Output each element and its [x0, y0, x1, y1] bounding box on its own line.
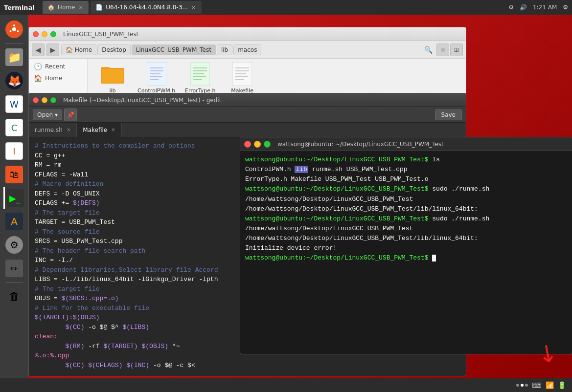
term-out-error: Initialize device error!	[245, 244, 337, 252]
file-manager-titlebar: LinuxGCC_USB_PWM_Test	[29, 27, 466, 41]
open-label: Open	[37, 111, 53, 118]
home-tab[interactable]: 🏠 Home ✕	[43, 1, 89, 14]
runme-tab-close[interactable]: ✕	[67, 127, 70, 132]
editor-maximize-btn[interactable]	[50, 97, 56, 103]
terminal-maximize-btn[interactable]	[264, 141, 271, 148]
terminal-line-6: /home/wattsong/Desktop/LinuxGCC_USB_PWM_…	[245, 204, 567, 214]
terminal-line-9: /home/wattsong/Desktop/LinuxGCC_USB_PWM_…	[245, 234, 567, 243]
fm-sidebar-recent[interactable]: 🕐 Recent	[29, 61, 87, 72]
svg-point-3	[17, 30, 19, 32]
terminal-minimize-btn[interactable]	[254, 141, 261, 148]
taskbar-volume-icon[interactable]: 🔊	[520, 4, 527, 11]
fm-home-label: Home	[45, 75, 62, 82]
fm-maximize-btn[interactable]	[50, 31, 56, 37]
terminal-line-4: wattsong@ubuntu:~/Desktop/LinuxGCC_USB_P…	[245, 184, 567, 194]
terminal-title: wattsong@ubuntu: ~/Desktop/LinuxGCC_USB_…	[277, 141, 444, 148]
editor-tab-makefile[interactable]: Makefile ✕	[77, 123, 121, 137]
fm-recent-label: Recent	[45, 63, 65, 70]
fm-file-lib[interactable]: lib	[95, 62, 130, 94]
makefile-tab-close[interactable]: ✕	[111, 127, 115, 132]
dock-writer[interactable]: W	[3, 93, 25, 115]
fm-files-area: lib ControlPWM.h	[88, 59, 466, 97]
editor-tab-close[interactable]: ✕	[191, 4, 197, 10]
home-tab-icon: 🏠	[47, 4, 55, 11]
fm-minimize-btn[interactable]	[42, 31, 47, 37]
tray-icon-3[interactable]: 🔋	[558, 381, 566, 389]
fm-file-errortype[interactable]: ErrorType.h	[183, 62, 217, 94]
term-out-errortype: ErrorType.h Makefile USB_PWM_Test USB_PW…	[245, 175, 428, 183]
errortype-icon	[188, 62, 212, 86]
svg-point-4	[10, 30, 12, 32]
recent-icon: 🕐	[34, 63, 42, 70]
home-tab-close[interactable]: ✕	[78, 4, 84, 10]
runme-tab-label: runme.sh	[35, 127, 63, 133]
terminal-close-btn[interactable]	[244, 141, 251, 148]
taskbar-power-icon[interactable]: ⚙	[563, 4, 568, 11]
taskbar-settings-icon[interactable]: ⚙	[508, 4, 514, 11]
svg-rect-8	[102, 69, 123, 83]
fm-back-btn[interactable]: ◀	[32, 44, 45, 56]
fm-bread-home[interactable]: 🏠 Home	[61, 44, 96, 55]
taskbar-right: ⚙ 🔊 1:21 AM ⚙	[508, 4, 568, 11]
editor-tab[interactable]: 📄 U64-16.04-k4.4.0N4.8.0-3... ✕	[91, 1, 201, 14]
fm-search-btn[interactable]: 🔍	[422, 44, 435, 56]
term-prompt-2: wattsong@ubuntu:~/Desktop/LinuxGCC_USB_P…	[245, 185, 428, 193]
dock-separator-2	[5, 282, 23, 283]
editor-pin-btn[interactable]: 📌	[64, 109, 77, 121]
fm-view-btns: ≡ ⊞	[436, 44, 463, 56]
dock-impress[interactable]: I	[3, 140, 25, 162]
editor-minimize-btn[interactable]	[42, 97, 47, 103]
editor-open-btn[interactable]: Open ▾	[33, 109, 62, 120]
dock-ubuntu[interactable]	[3, 19, 25, 40]
editor-tab-icon: 📄	[95, 4, 103, 11]
dot-2	[521, 384, 524, 387]
editor-tab-label: U64-16.04-k4.4.0N4.8.0-3...	[106, 4, 187, 11]
fm-bread-desktop[interactable]: Desktop	[97, 44, 131, 55]
fm-forward-btn[interactable]: ▶	[46, 44, 59, 56]
fm-bread-project[interactable]: LinuxGCC_USB_PWM_Test	[132, 44, 216, 55]
taskbar-time: 1:21 AM	[533, 4, 557, 11]
term-out-path3: /home/wattsong/Desktop/LinuxGCC_USB_PWM_…	[245, 225, 413, 232]
fm-file-controlpwm[interactable]: ControlPWM.h	[137, 62, 175, 94]
fm-file-makefile[interactable]: Makefile	[225, 62, 259, 94]
tray-icon-1[interactable]: ⌨	[532, 381, 542, 389]
dock-amazon[interactable]: A	[3, 211, 25, 232]
terminal-titlebar: wattsong@ubuntu: ~/Desktop/LinuxGCC_USB_…	[240, 137, 572, 151]
bottom-tray: ⌨ 📶 🔋	[516, 381, 566, 389]
fm-close-btn[interactable]	[33, 31, 39, 37]
terminal-line-5: /home/wattsong/Desktop/LinuxGCC_USB_PWM_…	[245, 195, 567, 204]
editor-save-btn[interactable]: Save	[435, 109, 462, 120]
dock-calc[interactable]: C	[3, 117, 25, 138]
fm-title: LinuxGCC_USB_PWM_Test	[63, 31, 138, 38]
terminal-line-3: ErrorType.h Makefile USB_PWM_Test USB_PW…	[245, 174, 567, 184]
fm-grid-view-btn[interactable]: ⊞	[450, 44, 463, 56]
dock-gedit[interactable]: ✏	[3, 258, 25, 279]
dock-trash[interactable]: 🗑	[3, 285, 25, 307]
tray-icon-2[interactable]: 📶	[546, 381, 554, 389]
fm-toolbar: ◀ ▶ 🏠 Home Desktop LinuxGCC_USB_PWM_Test…	[29, 41, 466, 59]
terminal-body[interactable]: wattsong@ubuntu:~/Desktop/LinuxGCC_USB_P…	[240, 151, 572, 354]
term-out-runme: runme.sh USB_PWM_Test.cpp	[312, 166, 408, 173]
file-manager-window: LinuxGCC_USB_PWM_Test ◀ ▶ 🏠 Home Desktop…	[28, 27, 466, 98]
terminal-line-10: Initialize device error!	[245, 243, 567, 253]
dock-settings[interactable]: ⚙	[3, 234, 25, 256]
application-dock: 📁 🦊 W C I 🛍 ▶_ A	[0, 15, 28, 392]
fm-list-view-btn[interactable]: ≡	[436, 44, 449, 56]
editor-tabs-bar: runme.sh ✕ Makefile ✕	[29, 123, 466, 137]
fm-sidebar: 🕐 Recent 🏠 Home	[29, 59, 88, 97]
fm-bread-lib[interactable]: lib	[217, 44, 232, 55]
dock-software[interactable]: 🛍	[3, 164, 25, 185]
fm-breadcrumb: 🏠 Home Desktop LinuxGCC_USB_PWM_Test lib…	[61, 44, 420, 55]
editor-tab-runme[interactable]: runme.sh ✕	[29, 123, 77, 137]
fm-bread-macos[interactable]: macos	[233, 44, 261, 55]
editor-close-btn[interactable]	[33, 97, 39, 103]
term-cursor	[432, 255, 436, 261]
dock-firefox[interactable]: 🦊	[3, 70, 25, 91]
terminal-line-7: wattsong@ubuntu:~/Desktop/LinuxGCC_USB_P…	[245, 214, 567, 224]
terminal-line-1: wattsong@ubuntu:~/Desktop/LinuxGCC_USB_P…	[245, 155, 567, 165]
dock-terminal[interactable]: ▶_	[3, 187, 25, 209]
fm-sidebar-home[interactable]: 🏠 Home	[29, 72, 87, 84]
dock-files[interactable]: 📁	[3, 46, 25, 68]
dot-1	[516, 384, 519, 387]
editor-menubar: Open ▾ 📌 Save	[29, 107, 466, 123]
